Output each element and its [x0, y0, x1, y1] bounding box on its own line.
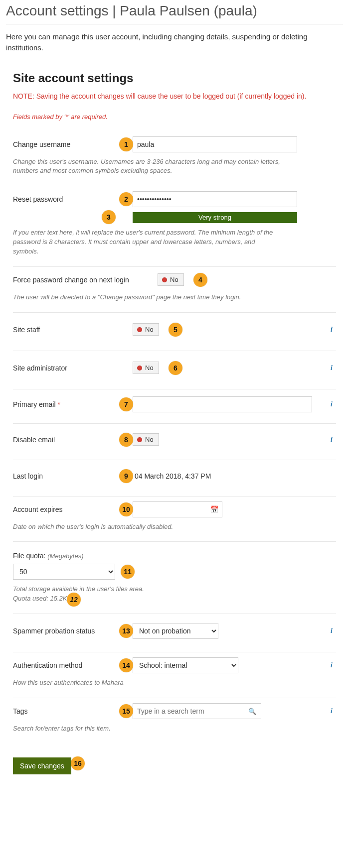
info-icon[interactable]: i: [327, 626, 336, 635]
search-icon: 🔍: [248, 707, 256, 715]
tags-input[interactable]: [133, 703, 261, 719]
section-title: Site account settings: [13, 71, 336, 85]
annotation-badge-16: 16: [71, 756, 85, 770]
disable-email-value: No: [145, 436, 154, 443]
info-icon[interactable]: i: [327, 325, 336, 334]
annotation-badge-5: 5: [169, 323, 182, 337]
site-admin-toggle[interactable]: No: [133, 362, 159, 374]
annotation-badge-14: 14: [119, 658, 133, 672]
toggle-off-icon: [137, 437, 142, 442]
annotation-badge-6: 6: [169, 361, 182, 375]
annotation-badge-4: 4: [193, 273, 207, 287]
annotation-badge-1: 1: [119, 137, 133, 151]
username-help: Change this user's username. Usernames a…: [13, 157, 282, 176]
reset-password-label: Reset password: [13, 195, 133, 203]
info-icon[interactable]: i: [327, 435, 336, 444]
annotation-badge-12: 12: [67, 593, 81, 607]
page-description: Here you can manage this user account, i…: [6, 31, 343, 53]
site-staff-toggle[interactable]: No: [133, 323, 159, 336]
site-admin-label: Site administrator: [13, 364, 133, 372]
tags-help: Search for/enter tags for this item.: [13, 724, 282, 734]
logout-note: NOTE: Saving the account changes will ca…: [13, 92, 336, 100]
force-pw-help: The user will be directed to a "Change p…: [13, 293, 282, 302]
page-title: Account settings | Paula Paulsen (paula): [6, 0, 343, 24]
file-quota-select[interactable]: 50: [13, 564, 115, 580]
required-note: Fields marked by '*' are required.: [13, 113, 336, 121]
probation-select[interactable]: Not on probation: [133, 623, 218, 639]
annotation-badge-10: 10: [119, 502, 133, 516]
annotation-badge-7: 7: [119, 397, 133, 411]
password-help: If you enter text here, it will replace …: [13, 228, 282, 256]
disable-email-label: Disable email: [13, 436, 133, 444]
primary-email-label: Primary email *: [13, 400, 133, 408]
toggle-off-icon: [137, 366, 142, 371]
auth-method-label: Authentication method: [13, 661, 133, 669]
annotation-badge-8: 8: [119, 433, 133, 447]
password-input[interactable]: [133, 191, 297, 207]
annotation-badge-3: 3: [102, 210, 116, 224]
primary-email-input[interactable]: [133, 396, 312, 412]
account-expires-help: Date on which the user's login is automa…: [13, 522, 282, 532]
toggle-off-icon: [162, 277, 167, 282]
annotation-badge-15: 15: [119, 704, 133, 718]
site-staff-value: No: [145, 326, 154, 333]
auth-method-select[interactable]: School: internal: [133, 657, 238, 673]
title-divider: [6, 24, 343, 24]
last-login-label: Last login: [13, 472, 133, 480]
site-admin-value: No: [145, 364, 154, 372]
annotation-badge-2: 2: [119, 192, 133, 206]
annotation-badge-9: 9: [119, 469, 133, 483]
file-quota-help-1: Total storage available in the user's fi…: [13, 585, 144, 593]
last-login-value: 04 March 2018, 4:37 PM: [135, 472, 211, 480]
info-icon[interactable]: i: [327, 707, 336, 716]
info-icon[interactable]: i: [327, 661, 336, 670]
save-changes-button[interactable]: Save changes: [13, 757, 71, 774]
site-staff-label: Site staff: [13, 326, 133, 334]
password-strength-meter: Very strong: [133, 212, 297, 223]
probation-label: Spammer probation status: [13, 627, 133, 635]
tags-label: Tags: [13, 707, 133, 715]
username-input[interactable]: [133, 136, 297, 152]
file-quota-help-2: Quota used: 15.2KB: [13, 595, 71, 602]
toggle-off-icon: [137, 327, 142, 332]
file-quota-label: File quota:: [13, 552, 45, 560]
disable-email-toggle[interactable]: No: [133, 433, 159, 446]
info-icon[interactable]: i: [327, 364, 336, 372]
annotation-badge-11: 11: [121, 565, 135, 579]
force-pw-label: Force password change on next login: [13, 276, 158, 284]
auth-method-help: How this user authenticates to Mahara: [13, 678, 282, 688]
info-icon[interactable]: i: [327, 400, 336, 409]
force-pw-toggle[interactable]: No: [158, 273, 184, 286]
force-pw-value: No: [170, 276, 178, 283]
annotation-badge-13: 13: [119, 624, 133, 638]
file-quota-unit: (Megabytes): [47, 552, 83, 560]
account-expires-label: Account expires: [13, 505, 133, 513]
account-expires-input[interactable]: [133, 501, 222, 517]
change-username-label: Change username: [13, 140, 133, 148]
